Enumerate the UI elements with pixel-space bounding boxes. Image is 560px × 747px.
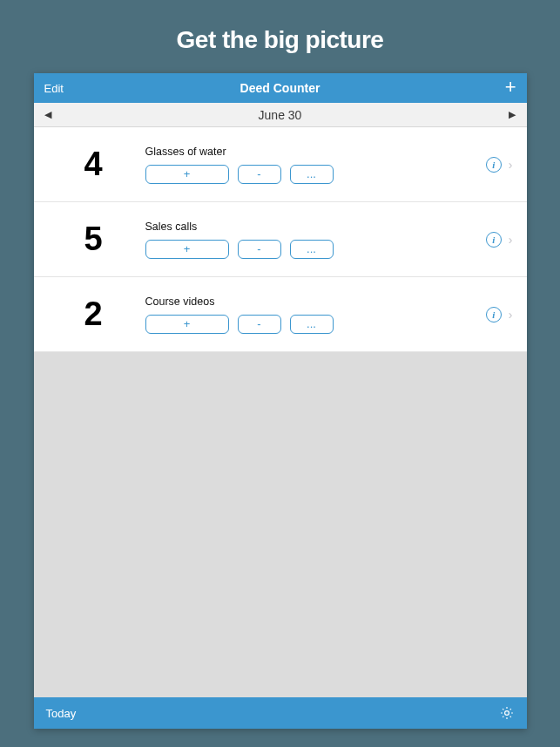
info-icon[interactable]: i [486, 307, 502, 323]
increment-button[interactable]: + [145, 240, 229, 259]
deed-list: 4 Glasses of water + - ... i › 5 Sales c… [34, 127, 527, 352]
list-item: 5 Sales calls + - ... i › [34, 202, 527, 277]
info-icon[interactable]: i [486, 157, 502, 173]
item-title: Sales calls [145, 221, 486, 233]
prev-day-button[interactable]: ◀ [44, 109, 51, 120]
chevron-right-icon[interactable]: › [509, 308, 513, 322]
count-value: 2 [41, 295, 145, 333]
item-title: Glasses of water [145, 146, 486, 158]
decrement-button[interactable]: - [238, 315, 281, 334]
promo-title: Get the big picture [177, 26, 384, 54]
more-button[interactable]: ... [290, 240, 334, 259]
list-item: 2 Course videos + - ... i › [34, 277, 527, 352]
chevron-right-icon[interactable]: › [509, 158, 513, 172]
increment-button[interactable]: + [145, 315, 229, 334]
svg-point-0 [504, 711, 509, 716]
count-value: 5 [41, 221, 145, 258]
info-icon[interactable]: i [486, 232, 502, 248]
list-item: 4 Glasses of water + - ... i › [34, 127, 527, 202]
decrement-button[interactable]: - [238, 240, 281, 259]
date-bar: ◀ June 30 ▶ [34, 103, 527, 127]
more-button[interactable]: ... [290, 165, 334, 184]
chevron-right-icon[interactable]: › [509, 233, 513, 247]
item-title: Course videos [145, 295, 486, 308]
nav-bar: Edit Deed Counter + [34, 73, 527, 103]
decrement-button[interactable]: - [238, 165, 281, 184]
next-day-button[interactable]: ▶ [509, 109, 516, 120]
today-button[interactable]: Today [46, 707, 77, 720]
plus-icon[interactable]: + [505, 78, 516, 97]
app-window: Edit Deed Counter + ◀ June 30 ▶ 4 Glasse… [34, 73, 527, 729]
empty-area [34, 352, 527, 697]
count-value: 4 [41, 146, 145, 183]
date-label: June 30 [259, 108, 302, 122]
more-button[interactable]: ... [290, 315, 334, 334]
bottom-toolbar: Today [34, 697, 527, 729]
increment-button[interactable]: + [145, 165, 229, 184]
gear-icon[interactable] [499, 705, 515, 721]
app-title: Deed Counter [240, 81, 320, 95]
edit-button[interactable]: Edit [44, 82, 64, 95]
